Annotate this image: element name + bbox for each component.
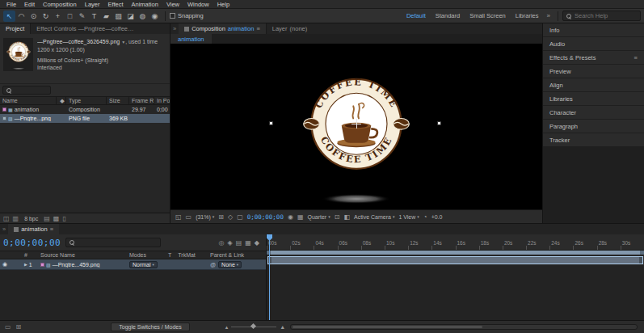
orbit-camera-tool-icon[interactable]: ↻ — [40, 11, 52, 22]
menu-item[interactable]: Effect — [103, 1, 127, 8]
clone-stamp-tool-icon[interactable]: ▨ — [112, 11, 124, 22]
brush-tool-icon[interactable]: ▰ — [100, 11, 112, 22]
expander-icon[interactable]: ▶ — [24, 262, 27, 267]
column-frame-rate[interactable]: Frame R... — [129, 97, 154, 104]
layer-anchor-point[interactable] — [351, 119, 361, 129]
column-name[interactable]: Name — [0, 97, 57, 104]
timeline-layer-row[interactable]: ◉ ▶1 ▨—Pngtre...459.png Normal▾ @None▾ — [0, 259, 266, 270]
parent-select[interactable]: None▾ — [218, 261, 242, 268]
mask-visibility-icon[interactable]: ◇ — [228, 213, 233, 221]
shape-tool-icon[interactable]: □ — [64, 11, 76, 22]
project-row-png[interactable]: ▨—Pngtre...png PNG file 369 KB — [0, 114, 170, 123]
pen-tool-icon[interactable]: ✎ — [76, 11, 88, 22]
column-size[interactable]: Size — [107, 97, 129, 104]
timeline-zoom-slider[interactable]: ▴ ▲ — [225, 324, 285, 331]
puppet-pin-tool-icon[interactable]: ◉ — [149, 11, 161, 22]
always-preview-icon[interactable]: ◱ — [175, 213, 182, 221]
horizontal-scrollbar[interactable] — [290, 324, 638, 330]
motion-blur-icon[interactable]: ▦ — [245, 239, 251, 247]
side-panel[interactable]: Audio ≡ — [543, 37, 644, 50]
tab-layer[interactable]: Layer (none) — [266, 23, 313, 34]
side-panel[interactable]: Tracker ≡ — [543, 133, 644, 146]
column-in-point[interactable]: In Point — [154, 97, 170, 104]
exposure-icon[interactable]: ◔ — [423, 213, 427, 221]
panel-overflow-icon[interactable]: » — [170, 23, 179, 34]
column-parent-link[interactable]: Parent & Link — [210, 252, 266, 258]
hand-tool-icon[interactable]: ◠ — [15, 11, 27, 22]
workspace-item[interactable]: Standard — [431, 12, 465, 19]
scrollbar-thumb[interactable] — [293, 326, 482, 328]
frame-blend-icon[interactable]: ▤ — [236, 239, 242, 247]
panel-menu-icon[interactable]: ≡ — [634, 54, 638, 61]
menu-item[interactable]: Edit — [20, 1, 39, 8]
blend-mode-select[interactable]: Normal▾ — [129, 261, 158, 268]
column-type[interactable]: Type — [66, 97, 107, 104]
pan-behind-tool-icon[interactable]: + — [52, 11, 64, 22]
menu-item[interactable]: File — [2, 1, 20, 8]
type-tool-icon[interactable]: T — [88, 11, 100, 22]
proxy-icon[interactable]: ▥ — [13, 215, 19, 222]
menu-item[interactable]: Composition — [39, 1, 81, 8]
side-panel[interactable]: Paragraph ≡ — [543, 120, 644, 133]
toggle-switches-modes-button[interactable]: Toggle Switches / Modes — [111, 322, 189, 331]
project-row-animation[interactable]: ▦animation Composition 29.97 0;00 — [0, 105, 170, 114]
layer-handle-left[interactable] — [269, 121, 273, 125]
zoom-in-icon[interactable]: ▲ — [280, 324, 285, 330]
new-folder-icon[interactable]: ▤ — [44, 215, 50, 222]
workspace-item[interactable]: Default — [402, 12, 431, 19]
layer-duration-bar[interactable] — [267, 256, 643, 264]
snapshot-icon[interactable]: ◉ — [288, 213, 293, 221]
selection-tool-icon[interactable]: ↖ — [3, 11, 15, 22]
composition-timecode[interactable]: 0;00;00;00 — [247, 213, 284, 221]
viewer-tab-animation[interactable]: animation — [170, 34, 212, 44]
expand-in-out-icon[interactable]: ⊞ — [16, 323, 22, 331]
menu-item[interactable]: Animation — [128, 1, 162, 8]
time-ruler[interactable]: 00s02s04s06s08s10s12s14s16s18s20s22s24s2… — [267, 234, 644, 251]
menu-item[interactable]: Layer — [81, 1, 104, 8]
grid-guides-icon[interactable]: ⊞ — [218, 213, 224, 221]
side-panel[interactable]: Character ≡ — [543, 106, 644, 119]
label-color-chip[interactable] — [40, 263, 44, 267]
zoom-out-icon[interactable]: ▴ — [225, 324, 229, 331]
new-composition-icon[interactable]: ▩ — [53, 215, 60, 222]
bit-depth-button[interactable]: 8 bpc — [22, 216, 40, 221]
panel-menu-icon[interactable]: ≡ — [50, 226, 53, 233]
interpret-footage-icon[interactable]: ◫ — [3, 215, 10, 222]
column-source-name[interactable]: Source Name — [40, 252, 129, 258]
composition-viewer[interactable] — [170, 44, 542, 209]
tab-effect-controls[interactable]: Effect Controls —Pngtree—coffee_3626 — [30, 23, 141, 34]
pixel-aspect-icon[interactable]: ◧ — [343, 213, 350, 221]
project-search-input[interactable] — [15, 86, 47, 94]
layer-handle-right[interactable] — [437, 121, 441, 125]
panel-overflow-icon[interactable]: » — [0, 224, 8, 234]
menu-item[interactable]: Help — [213, 1, 234, 8]
menu-item[interactable]: View — [162, 1, 183, 8]
zoom-thumb[interactable] — [250, 323, 256, 329]
side-panel[interactable]: Libraries ≡ — [543, 92, 644, 105]
magnification-select[interactable]: (31%)▾ — [196, 214, 214, 220]
workspace-overflow-icon[interactable]: » — [544, 12, 554, 19]
timeline-search-input[interactable] — [78, 239, 157, 247]
menu-item[interactable]: Window — [183, 1, 213, 8]
expand-layers-icon[interactable]: ▭ — [5, 323, 11, 331]
current-time-display[interactable]: 0;00;00;00 — [3, 238, 61, 248]
tab-composition[interactable]: Composition animation ≡ — [179, 23, 266, 34]
zoom-track[interactable] — [231, 327, 276, 327]
composition-mini-flowchart-icon[interactable]: ◎ — [219, 239, 225, 247]
workspace-item[interactable]: Small Screen — [465, 12, 511, 19]
resolution-select[interactable]: Quarter▾ — [307, 214, 330, 220]
snapping-checkbox[interactable] — [170, 13, 175, 19]
side-panel[interactable]: Align ≡ — [543, 78, 644, 91]
eye-icon[interactable]: ◉ — [2, 261, 7, 267]
tab-timeline-animation[interactable]: animation ≡ — [8, 224, 59, 234]
mini-flowchart-icon[interactable]: ▭ — [186, 213, 192, 221]
camera-select[interactable]: Active Camera▾ — [354, 214, 394, 220]
graph-editor-icon[interactable]: ◆ — [255, 239, 259, 247]
eraser-tool-icon[interactable]: ◪ — [124, 11, 137, 22]
workspace-item[interactable]: Libraries — [511, 12, 544, 19]
view-layout-select[interactable]: 1 View▾ — [398, 214, 419, 220]
current-time-indicator[interactable] — [269, 234, 270, 320]
side-panel[interactable]: Info ≡ — [543, 23, 644, 36]
target-icon[interactable]: ⊡ — [335, 213, 340, 221]
label-color-chip[interactable] — [2, 107, 6, 112]
